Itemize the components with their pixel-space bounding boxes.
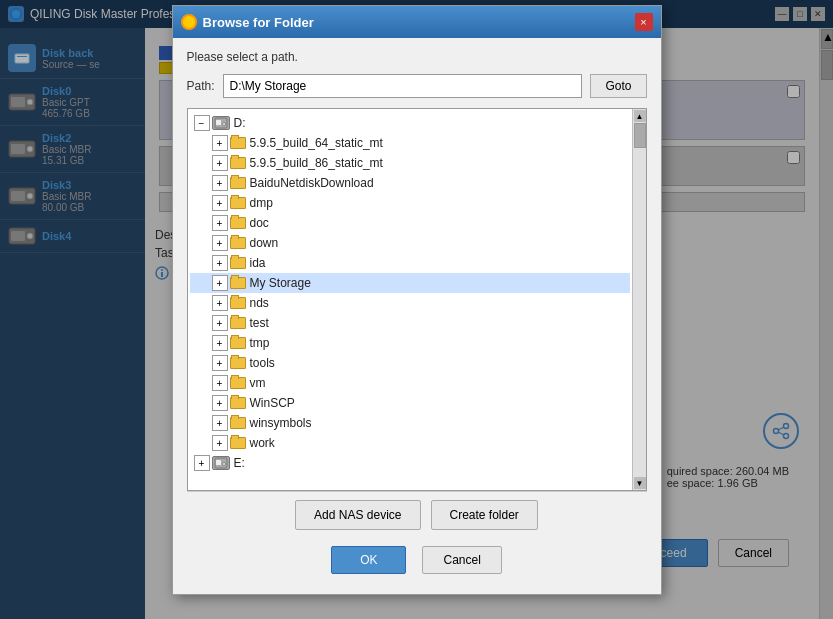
folder-icon-tmp — [230, 337, 246, 349]
tree-node-d[interactable]: − D: — [190, 113, 630, 133]
tree-node-nds[interactable]: + nds — [190, 293, 630, 313]
create-folder-button[interactable]: Create folder — [431, 500, 538, 530]
tree-node-down[interactable]: + down — [190, 233, 630, 253]
path-label: Path: — [187, 79, 215, 93]
tree-label-d: D: — [234, 116, 246, 130]
tree-expander-dmp[interactable]: + — [212, 195, 228, 211]
tree-node-build64[interactable]: + 5.9.5_build_64_static_mt — [190, 133, 630, 153]
tree-scroll-up[interactable]: ▲ — [634, 110, 646, 122]
folder-icon-vm — [230, 377, 246, 389]
tree-expander-baidu[interactable]: + — [212, 175, 228, 191]
folder-icon-tools — [230, 357, 246, 369]
folder-icon-doc — [230, 217, 246, 229]
folder-icon-nds — [230, 297, 246, 309]
dialog-titlebar: Browse for Folder × — [173, 6, 661, 38]
tree-node-work[interactable]: + work — [190, 433, 630, 453]
tree-node-baidu[interactable]: + BaiduNetdiskDownload — [190, 173, 630, 193]
tree-node-doc[interactable]: + doc — [190, 213, 630, 233]
dialog-close-button[interactable]: × — [635, 13, 653, 31]
tree-scroll-thumb[interactable] — [634, 123, 646, 148]
dialog-title: Browse for Folder — [203, 15, 314, 30]
tree-label-dmp: dmp — [250, 196, 273, 210]
goto-button[interactable]: Goto — [590, 74, 646, 98]
svg-point-25 — [222, 123, 225, 126]
tree-expander-nds[interactable]: + — [212, 295, 228, 311]
browse-folder-dialog: Browse for Folder × Please select a path… — [172, 5, 662, 595]
tree-expander-mystorage[interactable]: + — [212, 275, 228, 291]
svg-rect-24 — [216, 120, 221, 125]
tree-label-winsymbols: winsymbols — [250, 416, 312, 430]
tree-expander-e[interactable]: + — [194, 455, 210, 471]
tree-expander-vm[interactable]: + — [212, 375, 228, 391]
tree-label-ida: ida — [250, 256, 266, 270]
folder-icon-work — [230, 437, 246, 449]
tree-node-test[interactable]: + test — [190, 313, 630, 333]
tree-node-tmp[interactable]: + tmp — [190, 333, 630, 353]
folder-icon-baidu — [230, 177, 246, 189]
tree-label-doc: doc — [250, 216, 269, 230]
add-nas-button[interactable]: Add NAS device — [295, 500, 420, 530]
tree-label-vm: vm — [250, 376, 266, 390]
tree-label-build86: 5.9.5_build_86_static_mt — [250, 156, 383, 170]
dialog-title-icon — [181, 14, 197, 30]
folder-icon-winscp — [230, 397, 246, 409]
tree-label-work: work — [250, 436, 275, 450]
dialog-overlay: Browse for Folder × Please select a path… — [0, 0, 833, 619]
tree-node-vm[interactable]: + vm — [190, 373, 630, 393]
tree-label-e: E: — [234, 456, 245, 470]
tree-expander-winsymbols[interactable]: + — [212, 415, 228, 431]
tree-node-winscp[interactable]: + WinSCP — [190, 393, 630, 413]
folder-icon-winsymbols — [230, 417, 246, 429]
svg-rect-27 — [216, 460, 221, 465]
tree-expander-test[interactable]: + — [212, 315, 228, 331]
dialog-instruction: Please select a path. — [187, 50, 647, 64]
tree-node-winsymbols[interactable]: + winsymbols — [190, 413, 630, 433]
tree-expander-winscp[interactable]: + — [212, 395, 228, 411]
tree-label-tmp: tmp — [250, 336, 270, 350]
folder-icon-mystorage — [230, 277, 246, 289]
tree-node-dmp[interactable]: + dmp — [190, 193, 630, 213]
drive-icon-d — [212, 116, 230, 130]
dialog-action-buttons: OK Cancel — [187, 538, 647, 586]
svg-point-28 — [222, 463, 225, 466]
folder-icon-test — [230, 317, 246, 329]
tree-label-winscp: WinSCP — [250, 396, 295, 410]
folder-icon-dmp — [230, 197, 246, 209]
tree-expander-build64[interactable]: + — [212, 135, 228, 151]
tree-label-down: down — [250, 236, 279, 250]
tree-content: − D: + 5.9.5_build_64_static_mt + — [188, 109, 646, 477]
tree-scroll-down[interactable]: ▼ — [634, 477, 646, 489]
tree-expander-d[interactable]: − — [194, 115, 210, 131]
tree-scrollbar[interactable]: ▲ ▼ — [632, 109, 646, 490]
folder-icon-build64 — [230, 137, 246, 149]
folder-icon-down — [230, 237, 246, 249]
folder-tree: − D: + 5.9.5_build_64_static_mt + — [187, 108, 647, 491]
ok-button[interactable]: OK — [331, 546, 406, 574]
cancel-button[interactable]: Cancel — [422, 546, 501, 574]
tree-expander-doc[interactable]: + — [212, 215, 228, 231]
tree-node-tools[interactable]: + tools — [190, 353, 630, 373]
path-input[interactable] — [223, 74, 583, 98]
folder-icon-build86 — [230, 157, 246, 169]
tree-label-tools: tools — [250, 356, 275, 370]
tree-expander-down[interactable]: + — [212, 235, 228, 251]
tree-label-build64: 5.9.5_build_64_static_mt — [250, 136, 383, 150]
tree-expander-tools[interactable]: + — [212, 355, 228, 371]
tree-expander-tmp[interactable]: + — [212, 335, 228, 351]
tree-expander-build86[interactable]: + — [212, 155, 228, 171]
dialog-body: Please select a path. Path: Goto − D: — [173, 38, 661, 594]
folder-icon-ida — [230, 257, 246, 269]
tree-label-mystorage: My Storage — [250, 276, 311, 290]
tree-node-e[interactable]: + E: — [190, 453, 630, 473]
tree-label-test: test — [250, 316, 269, 330]
tree-node-mystorage[interactable]: + My Storage — [190, 273, 630, 293]
tree-expander-work[interactable]: + — [212, 435, 228, 451]
tree-node-ida[interactable]: + ida — [190, 253, 630, 273]
tree-expander-ida[interactable]: + — [212, 255, 228, 271]
tree-label-nds: nds — [250, 296, 269, 310]
path-row: Path: Goto — [187, 74, 647, 98]
tree-label-baidu: BaiduNetdiskDownload — [250, 176, 374, 190]
dialog-bottom-buttons: Add NAS device Create folder — [187, 491, 647, 538]
tree-node-build86[interactable]: + 5.9.5_build_86_static_mt — [190, 153, 630, 173]
drive-icon-e — [212, 456, 230, 470]
